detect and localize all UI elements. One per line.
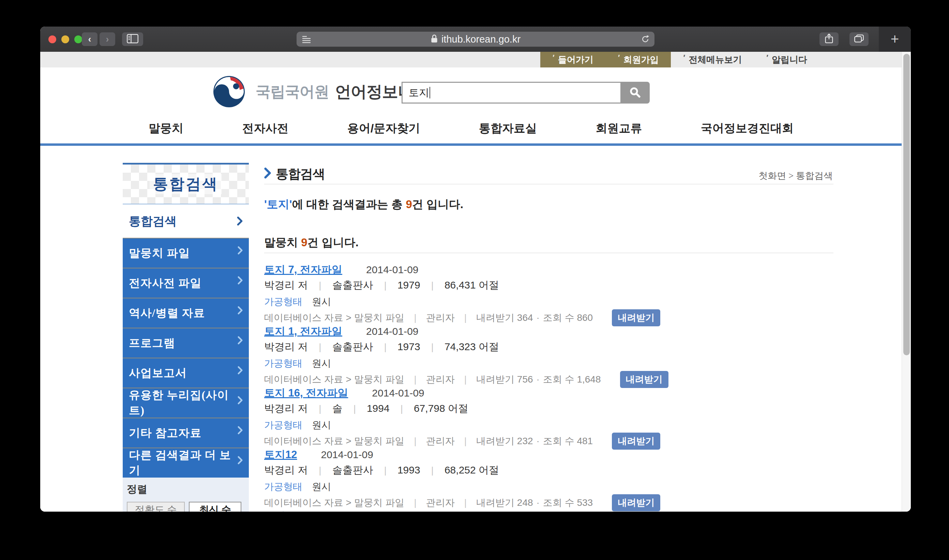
sidebar-item-2[interactable]: 전자사전 파일: [123, 268, 249, 298]
result-date: 2014-01-09: [366, 264, 418, 275]
result-link[interactable]: 토지 1, 전자파일: [264, 324, 342, 338]
form-type-value: 원시: [312, 418, 331, 432]
sidebar-toggle-button[interactable]: [122, 32, 143, 46]
nav-item-2[interactable]: 전자사전: [236, 121, 295, 146]
result-publisher: 솔출판사: [332, 463, 373, 477]
nav-item-4[interactable]: 통합자료실: [473, 121, 543, 146]
pipe-separator: |: [319, 280, 321, 291]
download-button[interactable]: 내려받기: [612, 432, 660, 450]
address-bar[interactable]: ithub.korean.go.kr: [296, 32, 654, 47]
window-controls: [48, 35, 82, 43]
nav-item-label: 전자사전: [236, 121, 295, 146]
sidebar-item-6[interactable]: 유용한 누리집(사이트): [123, 388, 249, 418]
sidebar-item-label: 프로그램: [129, 335, 175, 351]
utility-link-2[interactable]: ′회원가입: [606, 52, 671, 68]
sidebar-item-7[interactable]: 기타 참고자료: [123, 418, 249, 448]
new-tab-button[interactable]: +: [879, 26, 911, 52]
search-button[interactable]: [620, 82, 650, 103]
sidebar-item-8[interactable]: 다른 검색결과 더 보기: [123, 448, 249, 478]
sidebar-item-1[interactable]: 말뭉치 파일: [123, 238, 249, 268]
sidebar: 통합검색 통합검색 말뭉치 파일전자사전 파일역사/병렬 자료프로그램사업보고서…: [123, 163, 249, 512]
result-title-row: 토지42014-01-09: [264, 509, 833, 512]
result-manager: 관리자: [426, 373, 455, 386]
download-button[interactable]: 내려받기: [620, 371, 668, 388]
sidebar-item-active[interactable]: 통합검색: [123, 205, 249, 238]
divider: [264, 184, 833, 184]
back-button[interactable]: ‹: [82, 32, 97, 46]
site-header: 국립국어원 언어정보나눔터: [40, 68, 902, 116]
result-form-row: 가공형태원시: [264, 357, 833, 369]
search-input[interactable]: [401, 82, 620, 103]
result-year: 1979: [397, 279, 420, 291]
section-tail: 건 입니다.: [307, 236, 359, 249]
result-category-path: 데이터베이스 자료 > 말뭉치 파일: [264, 373, 404, 386]
result-list: 토지 7, 전자파일2014-01-09박경리 저|솔출판사|1979|86,4…: [264, 263, 833, 512]
brand-org-label: 국립국어원: [256, 82, 329, 102]
result-category-path: 데이터베이스 자료 > 말뭉치 파일: [264, 311, 404, 324]
sidebar-item-label: 사업보고서: [129, 366, 187, 381]
download-button[interactable]: 내려받기: [612, 494, 660, 511]
zoom-icon[interactable]: [74, 35, 82, 43]
result-views: 조회 수 533: [543, 496, 593, 509]
forward-button[interactable]: ›: [100, 32, 115, 46]
result-link[interactable]: 토지 16, 전자파일: [264, 386, 348, 400]
result-views: 조회 수 1,648: [543, 373, 601, 386]
result-publisher: 솔출판사: [332, 278, 373, 292]
result-link[interactable]: 토지 7, 전자파일: [264, 263, 342, 277]
sidebar-item-4[interactable]: 프로그램: [123, 328, 249, 358]
result-downloads: 내려받기 756: [476, 373, 533, 386]
sort-latest-button[interactable]: 최신 순: [189, 502, 241, 512]
pipe-separator: |: [431, 342, 434, 352]
nav-item-1[interactable]: 말뭉치: [142, 121, 190, 146]
sort-accuracy-button[interactable]: 정확도 순: [127, 502, 185, 512]
result-category-path: 데이터베이스 자료 > 말뭉치 파일: [264, 435, 404, 448]
utility-link-label: 알립니다: [772, 54, 807, 66]
breadcrumb[interactable]: 첫화면 > 통합검색: [758, 170, 833, 182]
reader-view-icon[interactable]: [302, 35, 311, 45]
tab-overview-button[interactable]: [849, 32, 869, 46]
result-form-row: 가공형태원시: [264, 418, 833, 431]
result-item-2: 토지 1, 전자파일2014-01-09박경리 저|솔출판사|1973|74,3…: [264, 324, 833, 386]
pipe-separator: |: [464, 312, 467, 323]
download-button[interactable]: 내려받기: [612, 309, 660, 326]
chevron-right-icon: [238, 426, 243, 434]
nav-item-6[interactable]: 국어정보경진대회: [695, 121, 800, 146]
sidebar-item-3[interactable]: 역사/병렬 자료: [123, 298, 249, 328]
result-title-row: 토지122014-01-09: [264, 448, 833, 461]
scrollbar-track[interactable]: [902, 52, 911, 512]
sidebar-item-label: 역사/병렬 자료: [129, 306, 205, 321]
utility-link-4[interactable]: ′알립니다: [754, 52, 819, 68]
utility-link-3[interactable]: ′전체메뉴보기: [671, 52, 754, 68]
result-meta-row: 박경리 저|솔출판사|1979|86,431 어절: [264, 278, 833, 292]
result-link[interactable]: 토지12: [264, 448, 297, 462]
share-button[interactable]: [819, 32, 839, 46]
utility-link-1[interactable]: ′들어가기: [540, 52, 606, 68]
sidebar-title-box: 통합검색: [123, 163, 249, 205]
result-author: 박경리 저: [264, 463, 308, 477]
utility-link-label: 회원가입: [623, 54, 659, 66]
result-category-path: 데이터베이스 자료 > 말뭉치 파일: [264, 496, 404, 509]
pipe-separator: |: [319, 342, 321, 352]
dot-separator: ·: [537, 497, 540, 508]
pipe-separator: |: [464, 436, 467, 446]
chevron-right-icon: [238, 306, 243, 314]
scrollbar-thumb[interactable]: [903, 54, 910, 355]
dot-separator: ·: [537, 436, 540, 446]
pipe-separator: |: [384, 465, 387, 476]
result-form-row: 가공형태원시: [264, 295, 833, 308]
sidebar-item-5[interactable]: 사업보고서: [123, 358, 249, 388]
reload-icon[interactable]: [641, 35, 650, 45]
pipe-separator: |: [431, 465, 434, 476]
form-type-label: 가공형태: [264, 480, 302, 493]
minimize-icon[interactable]: [61, 35, 69, 43]
taegeuk-logo-icon[interactable]: [212, 75, 246, 108]
result-title-row: 토지 1, 전자파일2014-01-09: [264, 324, 833, 338]
url-text: ithub.korean.go.kr: [441, 34, 520, 45]
nav-item-5[interactable]: 회원교류: [589, 121, 648, 146]
tab-overview-icon: [854, 34, 864, 44]
result-link[interactable]: 토지4: [264, 509, 291, 512]
nav-item-3[interactable]: 용어/문자찾기: [341, 121, 426, 146]
close-icon[interactable]: [48, 35, 56, 43]
result-year: 1973: [397, 341, 420, 352]
result-author: 박경리 저: [264, 278, 308, 292]
